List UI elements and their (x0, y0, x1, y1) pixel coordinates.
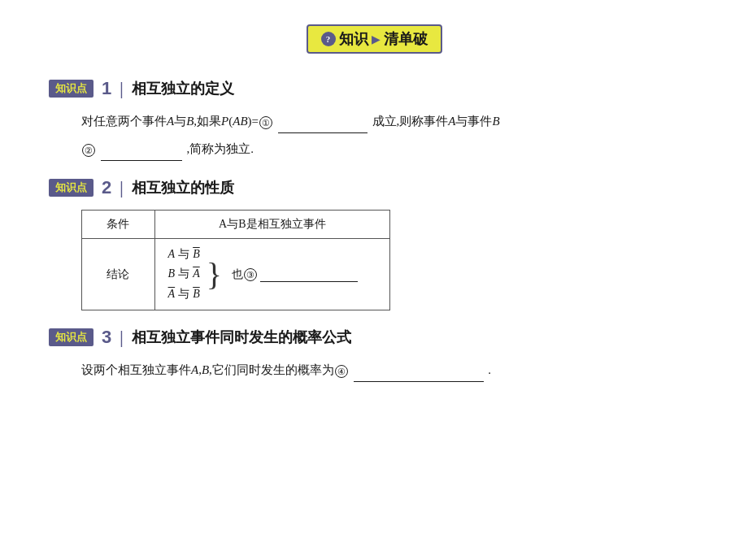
fraction-with2: 与 (178, 265, 189, 283)
section-2: 知识点 2 | 相互独立的性质 条件 A与B是相互独立事件 结论 A (49, 177, 699, 310)
table-header-row: 条件 A与B是相互独立事件 (82, 211, 390, 239)
also-line: 也③ (228, 267, 359, 282)
fraction-group: A 与 B B 与 A A (168, 245, 200, 303)
section-3-number: 3 (102, 327, 111, 348)
fraction-a2-overline: A (193, 265, 200, 283)
content-text-part3: ,简称为独立. (187, 142, 254, 155)
section-3-badge: 知识点 (49, 328, 94, 346)
blank-4 (354, 359, 484, 382)
section-3-content: 设两个相互独立事件A,B,它们同时发生的概率为④ . (81, 359, 699, 382)
section-2-number: 2 (102, 177, 111, 198)
section-1-number: 1 (102, 78, 111, 99)
fraction-b1-overline: B (193, 245, 200, 263)
also-text: 也③ (232, 268, 258, 280)
blank-2 (101, 138, 182, 161)
title-container: ? 知识 ▶ 清单破 (49, 24, 699, 54)
circle-num-4: ④ (335, 365, 348, 378)
section-3: 知识点 3 | 相互独立事件同时发生的概率公式 设两个相互独立事件A,B,它们同… (49, 327, 699, 382)
section-3-text: 设两个相互独立事件A,B,它们同时发生的概率为④ (81, 363, 349, 376)
fraction-a3-overline: A (168, 285, 176, 303)
title-badge: ? 知识 ▶ 清单破 (307, 24, 442, 54)
page: ? 知识 ▶ 清单破 知识点 1 | 相互独立的定义 对任意两个事件A与B,如果… (0, 0, 748, 560)
table-header-col1: 条件 (82, 211, 155, 239)
table-content-row: 结论 A 与 B B 与 (82, 239, 390, 310)
fraction-item-2: B 与 A (168, 265, 200, 283)
section-2-title: 相互独立的性质 (132, 178, 234, 198)
icon-text: ? (326, 34, 331, 44)
circle-num-1: ① (259, 116, 272, 129)
conclusion-right: 也③ (228, 267, 359, 282)
blank-1 (278, 111, 367, 133)
title-sub: 清单破 (384, 29, 428, 49)
blank-3 (260, 268, 358, 282)
circle-num-3: ③ (244, 268, 257, 281)
section-1-divider: | (120, 80, 123, 98)
fraction-b3-overline: B (193, 285, 200, 303)
title-arrow-icon: ▶ (372, 33, 381, 46)
section-2-table-container: 条件 A与B是相互独立事件 结论 A 与 B (81, 210, 699, 310)
brace-icon: } (207, 258, 222, 291)
fraction-b2: B (168, 265, 176, 283)
section-1: 知识点 1 | 相互独立的定义 对任意两个事件A与B,如果P(AB)=① 成立,… (49, 78, 699, 161)
section-2-badge: 知识点 (49, 179, 94, 197)
circle-num-2: ② (82, 144, 95, 157)
section-1-badge: 知识点 (49, 80, 94, 98)
section-1-header: 知识点 1 | 相互独立的定义 (49, 78, 699, 99)
section-1-title: 相互独立的定义 (132, 79, 234, 98)
fraction-item-3: A 与 B (168, 285, 200, 303)
section-2-header: 知识点 2 | 相互独立的性质 (49, 177, 699, 198)
title-icon: ? (321, 32, 336, 46)
section-2-table: 条件 A与B是相互独立事件 结论 A 与 B (81, 210, 390, 310)
table-row-content: A 与 B B 与 A A (154, 239, 389, 310)
fraction-cell: A 与 B B 与 A A (168, 245, 376, 303)
section-3-title: 相互独立事件同时发生的概率公式 (132, 328, 351, 347)
fraction-item-1: A 与 B (168, 245, 200, 263)
section-3-divider: | (120, 328, 123, 347)
section-2-divider: | (120, 179, 123, 198)
section-3-header: 知识点 3 | 相互独立事件同时发生的概率公式 (49, 327, 699, 348)
fraction-a1: A (168, 245, 176, 263)
section-1-content-line1: 对任意两个事件A与B,如果P(AB)=① 成立,则称事件A与事件B (81, 111, 699, 133)
content-text-part2: 成立,则称事件A与事件B (372, 115, 500, 128)
fraction-with3: 与 (178, 285, 189, 303)
title-main: 知识 (339, 29, 368, 49)
section-3-end: . (488, 363, 491, 376)
fraction-with1: 与 (178, 245, 189, 263)
content-text-part1: 对任意两个事件A与B,如果P(AB)=① (81, 115, 273, 128)
table-header-col2: A与B是相互独立事件 (154, 211, 389, 239)
table-row-label: 结论 (82, 239, 155, 310)
section-1-content-line2: ② ,简称为独立. (81, 138, 699, 161)
